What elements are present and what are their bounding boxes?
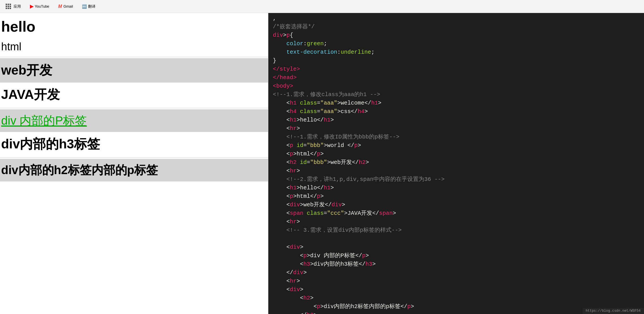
youtube-icon: ▶ bbox=[30, 4, 33, 9]
code-line: <!--1.需求，修改class为aaa的h1 --> bbox=[268, 90, 644, 99]
gmail-icon: M bbox=[58, 4, 62, 9]
translate-link[interactable]: 🔤 翻译 bbox=[80, 3, 98, 10]
translate-icon: 🔤 bbox=[82, 4, 87, 9]
code-line: </div> bbox=[268, 268, 644, 277]
code-line: <hr> bbox=[268, 218, 644, 226]
status-url: https://blog.csdn.net/WSF54 bbox=[586, 309, 641, 313]
preview-hr-2 bbox=[0, 108, 268, 108]
youtube-label: YouTube bbox=[35, 4, 49, 8]
code-line: <hr> bbox=[268, 167, 644, 175]
status-bar: https://blog.csdn.net/WSF54 bbox=[582, 308, 644, 314]
code-line: <h1>hello</h1> bbox=[268, 184, 644, 192]
code-line: } bbox=[268, 57, 644, 65]
browser-bar: 应用 ▶ YouTube M Gmail 🔤 翻译 bbox=[0, 0, 644, 13]
preview-nested-p: div内部的h2标签内部的p标签 bbox=[0, 159, 268, 181]
code-line: <hr> bbox=[268, 277, 644, 285]
code-line: <h1 class="aaa">welcome</h1> bbox=[268, 99, 644, 107]
preview-p-html: html bbox=[0, 38, 268, 56]
code-line: <div> bbox=[268, 285, 644, 294]
code-line: /*嵌套选择器*/ bbox=[268, 23, 644, 31]
code-line: color:green; bbox=[268, 40, 644, 48]
code-line: <p>html</p> bbox=[268, 150, 644, 158]
code-line: <h1>hello</h1> bbox=[268, 116, 644, 124]
code-line: <h2> bbox=[268, 294, 644, 302]
code-line: <hr> bbox=[268, 124, 644, 133]
code-line: <!-- 3.需求，设置div内部p标签的样式--> bbox=[268, 226, 644, 235]
code-line bbox=[268, 235, 644, 243]
preview-hr-3 bbox=[0, 157, 268, 158]
code-line: </style> bbox=[268, 65, 644, 73]
code-line: <h3>div内部的h3标签</h3> bbox=[268, 260, 644, 268]
code-line: div>p{ bbox=[268, 31, 644, 40]
code-line: <!--2.需求，讲h1,p,div,span中内容的在乎设置为36 --> bbox=[268, 175, 644, 184]
gmail-label: Gmail bbox=[63, 4, 73, 8]
preview-h1-java: JAVA开发 bbox=[0, 83, 268, 107]
preview-div-p: div 内部的P标签 bbox=[0, 109, 268, 132]
preview-div-h3: div内部的h3标签 bbox=[0, 132, 268, 156]
translate-label: 翻译 bbox=[88, 4, 95, 9]
code-line: <div>web开发</div> bbox=[268, 201, 644, 209]
code-line: <span class="ccc">JAVA开发</span> bbox=[268, 209, 644, 218]
code-pane[interactable]: , /*嵌套选择器*/ div>p{ color:green; text-dec… bbox=[268, 13, 644, 314]
code-line: <body> bbox=[268, 82, 644, 90]
code-line: <div> bbox=[268, 243, 644, 252]
code-line: <p id="bbb">world </p> bbox=[268, 141, 644, 150]
preview-pane[interactable]: hello html web开发 JAVA开发 div 内部的P标签 div内部… bbox=[0, 13, 268, 314]
apps-label: 应用 bbox=[14, 4, 21, 9]
code-line: text-decoration:underline; bbox=[268, 48, 644, 57]
code-line: <h4 class="aaa">css</h4> bbox=[268, 107, 644, 116]
apps-grid-icon bbox=[6, 4, 11, 9]
main-layout: hello html web开发 JAVA开发 div 内部的P标签 div内部… bbox=[0, 13, 644, 314]
gmail-link[interactable]: M Gmail bbox=[56, 3, 75, 10]
preview-h1-hello: hello bbox=[0, 15, 268, 38]
code-line: , bbox=[268, 14, 644, 23]
code-line: <p>div 内部的P标签</p> bbox=[268, 252, 644, 260]
code-line: <!--1.需求，修改ID属性为bbb的p标签--> bbox=[268, 133, 644, 141]
preview-hr-1 bbox=[0, 57, 268, 57]
code-line: <h2 id="bbb">web开发</h2> bbox=[268, 158, 644, 167]
preview-content: hello html web开发 JAVA开发 div 内部的P标签 div内部… bbox=[0, 13, 268, 184]
preview-h2-web: web开发 bbox=[0, 58, 268, 83]
code-line: <p>html</p> bbox=[268, 192, 644, 201]
youtube-link[interactable]: ▶ YouTube bbox=[28, 3, 51, 10]
code-line: </head> bbox=[268, 73, 644, 82]
apps-menu[interactable]: 应用 bbox=[3, 3, 23, 10]
